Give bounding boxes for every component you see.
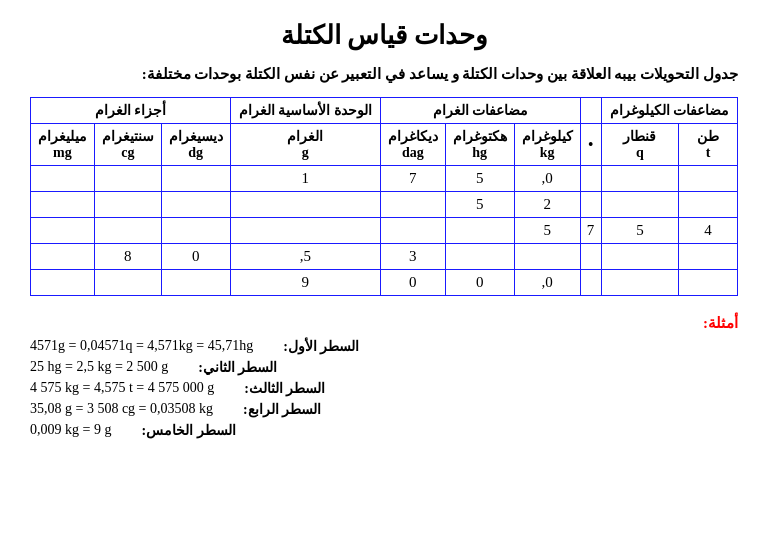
header-ton: طن t <box>679 124 738 166</box>
examples-title: أمثلة: <box>30 314 738 332</box>
table-cell: 2 <box>514 192 580 218</box>
examples-container: السطر الأول:4571g = 0,04571q = 4,571kg =… <box>30 338 738 439</box>
table-cell: 5 <box>601 218 678 244</box>
table-cell <box>580 244 601 270</box>
header-quintal: قنطار q <box>601 124 678 166</box>
table-cell: 8 <box>94 244 161 270</box>
table-cell <box>514 244 580 270</box>
example-label: السطر الأول: <box>283 338 359 355</box>
table-cell: 7 <box>580 218 601 244</box>
page-title: وحدات قياس الكتلة <box>30 20 738 51</box>
example-row: السطر الرابع:35,08 g = 3 508 cg = 0,0350… <box>30 401 738 418</box>
table-cell <box>161 192 230 218</box>
table-cell <box>230 192 380 218</box>
table-cell <box>679 166 738 192</box>
table-cell <box>230 218 380 244</box>
header-mg: ميليغرام mg <box>31 124 95 166</box>
table-row: 0,571 <box>31 166 738 192</box>
header-kg: كيلوغرام kg <box>514 124 580 166</box>
example-value: 25 hg = 2,5 kg = 2 500 g <box>30 359 168 376</box>
table-cell: 0 <box>380 270 445 296</box>
header-dg: ديسيغرام dg <box>161 124 230 166</box>
dot-col-header <box>580 98 601 124</box>
table-row: 0,009 <box>31 270 738 296</box>
header-hg: هكتوغرام hg <box>445 124 514 166</box>
table-cell: 0, <box>514 270 580 296</box>
header-dot: • <box>580 124 601 166</box>
table-cell <box>679 192 738 218</box>
table-cell <box>601 244 678 270</box>
table-cell: 4 <box>679 218 738 244</box>
table-cell <box>161 218 230 244</box>
header-dag: ديكاغرام dag <box>380 124 445 166</box>
table-cell: 5 <box>514 218 580 244</box>
table-cell <box>445 244 514 270</box>
table-cell <box>31 218 95 244</box>
table-cell <box>161 166 230 192</box>
example-row: السطر الثالث:4 575 kg = 4,575 t = 4 575 … <box>30 380 738 397</box>
table-row: 25 <box>31 192 738 218</box>
table-cell <box>679 244 738 270</box>
table-cell <box>601 166 678 192</box>
table-cell <box>94 192 161 218</box>
group-gram-parts: أجزاء الغرام <box>31 98 231 124</box>
example-row: السطر الأول:4571g = 0,04571q = 4,571kg =… <box>30 338 738 355</box>
example-label: السطر الرابع: <box>243 401 321 418</box>
table-cell: 5 <box>445 166 514 192</box>
examples-section: أمثلة: السطر الأول:4571g = 0,04571q = 4,… <box>30 314 738 439</box>
example-value: 4 575 kg = 4,575 t = 4 575 000 g <box>30 380 214 397</box>
example-label: السطر الثاني: <box>198 359 277 376</box>
example-value: 35,08 g = 3 508 cg = 0,03508 kg <box>30 401 213 418</box>
example-value: 4571g = 0,04571q = 4,571kg = 45,71hg <box>30 338 253 355</box>
table-cell: 5 <box>445 192 514 218</box>
table-row: 4575 <box>31 218 738 244</box>
header-g: الغرام g <box>230 124 380 166</box>
table-cell <box>31 192 95 218</box>
table-cell <box>94 270 161 296</box>
table-cell: 3 <box>380 244 445 270</box>
table-cell: 0, <box>514 166 580 192</box>
example-row: السطر الثاني:25 hg = 2,5 kg = 2 500 g <box>30 359 738 376</box>
table-cell: 0 <box>161 244 230 270</box>
example-label: السطر الثالث: <box>244 380 325 397</box>
table-cell <box>380 192 445 218</box>
table-cell: 9 <box>230 270 380 296</box>
table-cell <box>445 218 514 244</box>
header-cg: سنتيغرام cg <box>94 124 161 166</box>
table-cell <box>31 270 95 296</box>
table-cell <box>94 218 161 244</box>
table-cell: 7 <box>380 166 445 192</box>
table-cell <box>601 270 678 296</box>
table-cell <box>161 270 230 296</box>
table-cell: 5, <box>230 244 380 270</box>
table-row: 35,08 <box>31 244 738 270</box>
table-body: 0,57125457535,080,009 <box>31 166 738 296</box>
table-cell <box>31 166 95 192</box>
table-cell <box>601 192 678 218</box>
units-table: مضاعفات الكيلوغرام مضاعفات الغرام الوحدة… <box>30 97 738 296</box>
table-cell <box>94 166 161 192</box>
table-cell <box>580 166 601 192</box>
table-cell <box>679 270 738 296</box>
table-cell <box>31 244 95 270</box>
table-cell: 1 <box>230 166 380 192</box>
subtitle: جدول التحويلات بيبه العلاقة بين وحدات ال… <box>30 65 738 83</box>
table-cell: 0 <box>445 270 514 296</box>
example-label: السطر الخامس: <box>141 422 235 439</box>
example-value: 0,009 kg = 9 g <box>30 422 111 439</box>
table-cell <box>380 218 445 244</box>
group-gram-base: الوحدة الأساسية الغرام <box>230 98 380 124</box>
group-header-row: مضاعفات الكيلوغرام مضاعفات الغرام الوحدة… <box>31 98 738 124</box>
table-cell <box>580 192 601 218</box>
unit-header-row: طن t قنطار q • كيلوغرام kg هكتوغرام hg د… <box>31 124 738 166</box>
group-kilo: مضاعفات الكيلوغرام <box>601 98 737 124</box>
group-gram-mult: مضاعفات الغرام <box>380 98 580 124</box>
table-cell <box>580 270 601 296</box>
example-row: السطر الخامس:0,009 kg = 9 g <box>30 422 738 439</box>
